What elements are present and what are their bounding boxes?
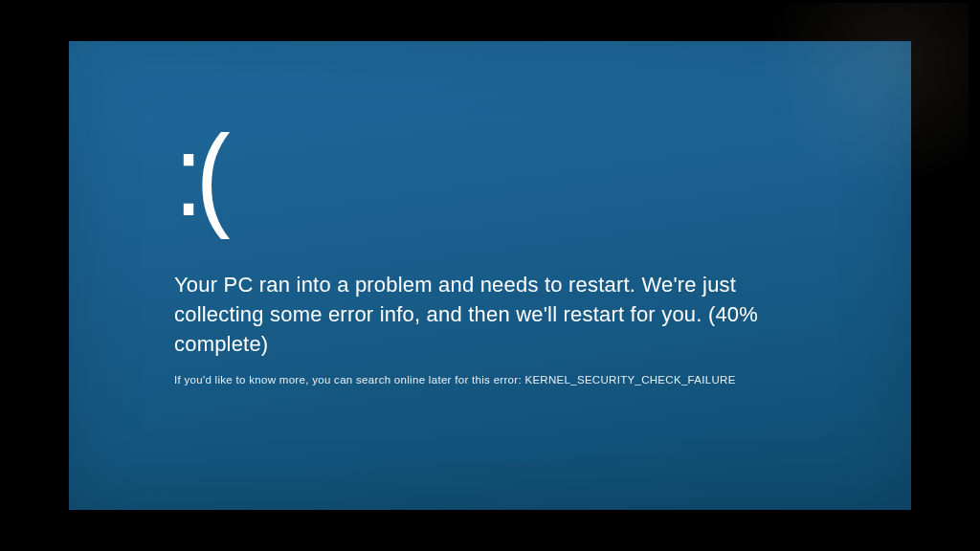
bsod-sub-message-prefix: If you'd like to know more, you can sear… <box>174 374 524 386</box>
bsod-error-code: KERNEL_SECURITY_CHECK_FAILURE <box>524 374 735 386</box>
bsod-content: :( Your PC ran into a problem and needs … <box>174 118 854 386</box>
bsod-main-message: Your PC ran into a problem and needs to … <box>174 271 787 359</box>
bsod-screen: :( Your PC ran into a problem and needs … <box>69 41 911 510</box>
bsod-sub-message: If you'd like to know more, you can sear… <box>174 374 854 386</box>
sad-face-icon: :( <box>174 118 786 232</box>
